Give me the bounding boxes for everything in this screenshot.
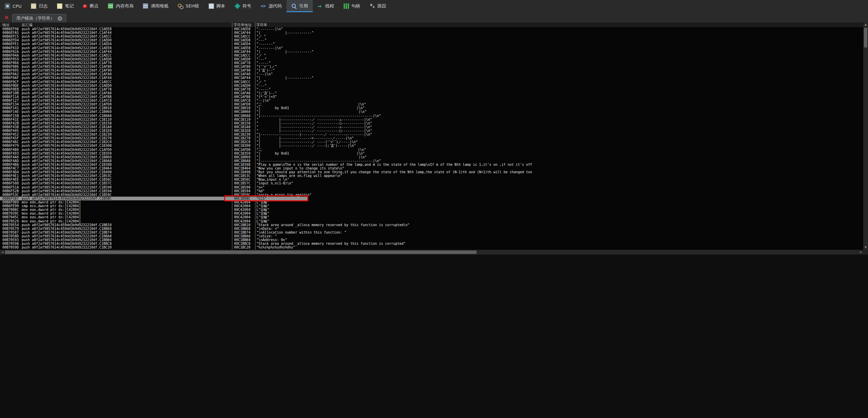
table-row[interactable]: 00B6EFC5push a0f2af9857614c459dd3b9d9232… xyxy=(0,35,863,38)
table-row[interactable]: 00B6F508push a0f2af9857614c459dd3b9d9232… xyxy=(0,181,863,185)
table-row[interactable]: 00B6F066push a0f2af9857614c459dd3b9d9232… xyxy=(0,61,863,65)
toolbar-tab-label: 源代码 xyxy=(269,3,282,9)
table-row[interactable]: 00B7059Dpush a0f2af9857614c459dd3b9d9232… xyxy=(0,245,863,249)
table-row[interactable]: 00B6F445push a0f2af9857614c459dd3b9d9232… xyxy=(0,129,863,133)
table-row[interactable]: 00B6F0DEpush a0f2af9857614c459dd3b9d9232… xyxy=(0,84,863,87)
horizontal-scrollbar[interactable]: ◄ ► xyxy=(0,250,863,255)
table-row[interactable]: 00B70554push a0f2af9857614c459dd3b9d9232… xyxy=(0,223,863,227)
table-row[interactable]: 00B70529mov eax,dword ptr ds:[C42004]00C… xyxy=(0,219,863,223)
table-row[interactable]: 00B70598push a0f2af9857614c459dd3b9d9232… xyxy=(0,242,863,245)
table-row[interactable]: 00B6EFA5push a0f2af9857614c459dd3b9d9232… xyxy=(0,31,863,35)
table-row[interactable]: 00B6FE90cmp ecx,dword ptr ds:[C42004]00C… xyxy=(0,204,863,208)
cell-disassembly: push a0f2af9857614c459dd3b9d9232210df.C1… xyxy=(22,227,112,231)
cell-address: 00B6F15B xyxy=(2,114,19,118)
cell-string-address: 00C1B56C xyxy=(234,178,250,181)
toolbar-tab-log[interactable]: 日志 xyxy=(26,0,52,12)
table-row[interactable]: 00B6F493push a0f2af9857614c459dd3b9d9232… xyxy=(0,152,863,155)
table-row[interactable]: 00B6F486push a0f2af9857614c459dd3b9d9232… xyxy=(0,148,863,152)
table-row[interactable]: 00B6F141push a0f2af9857614c459dd3b9d9232… xyxy=(0,106,863,110)
vertical-scrollbar[interactable]: ▲ ▼ xyxy=(863,22,868,250)
table-row[interactable]: 00B6F41Epush a0f2af9857614c459dd3b9d9232… xyxy=(0,118,863,121)
table-row[interactable]: 00B6F0CFpush a0f2af9857614c459dd3b9d9232… xyxy=(0,80,863,84)
table-row[interactable]: 00B6F04Apush a0f2af9857614c459dd3b9d9232… xyxy=(0,54,863,57)
table-row[interactable]: 00B6F479push a0f2af9857614c459dd3b9d9232… xyxy=(0,144,863,147)
cell-address: 00B6F086 xyxy=(2,65,19,68)
table-row[interactable]: 00B6F989mov edx,dword ptr ds:[C42004]00C… xyxy=(0,200,863,204)
column-header-string: 字符串 xyxy=(256,23,267,27)
cell-address: 00B6F4E1 xyxy=(2,174,19,178)
vertical-scrollbar-thumb[interactable] xyxy=(864,28,867,47)
table-row[interactable]: 00B6F4E1push a0f2af9857614c459dd3b9d9232… xyxy=(0,174,863,178)
cell-address: 00B6F0A2 xyxy=(2,72,19,76)
table-row[interactable]: 00B6F14Epush a0f2af9857614c459dd3b9d9232… xyxy=(0,110,863,114)
toolbar-tab-seh-chain[interactable]: SEH链 xyxy=(173,0,204,12)
cell-address: 00B7008C xyxy=(2,208,19,212)
table-row[interactable]: 00B6F52Bpush a0f2af9857614c459dd3b9d9232… xyxy=(0,189,863,193)
toolbar-tab-trace[interactable]: 跟踪 xyxy=(365,0,391,12)
table-row[interactable]: 00B6F086push a0f2af9857614c459dd3b9d9232… xyxy=(0,65,863,68)
cell-address: 00B6F066 xyxy=(2,61,19,65)
table-row[interactable]: 00B7039Cmov eax,dword ptr ds:[C42004]00C… xyxy=(0,212,863,215)
toolbar-tab-call-stack[interactable]: 调用堆栈 xyxy=(138,0,173,12)
cell-address: 00B7045C xyxy=(2,215,19,219)
table-row[interactable]: 00B6F4EEpush a0f2af9857614c459dd3b9d9232… xyxy=(0,178,863,181)
table-row[interactable]: 00B6EFE1push a0f2af9857614c459dd3b9d9232… xyxy=(0,42,863,46)
table-row[interactable]: 00B6F095push a0f2af9857614c459dd3b9d9232… xyxy=(0,68,863,72)
toolbar-tab-symbols[interactable]: 符号 xyxy=(230,0,256,12)
table-row[interactable]: 00B6F11Apush a0f2af9857614c459dd3b9d9232… xyxy=(0,95,863,99)
table-row[interactable]: 00B6F127push a0f2af9857614c459dd3b9d9232… xyxy=(0,99,863,102)
table-row-selected[interactable]: 00B6F5B7push a0f2af9857614c459dd3b9d9232… xyxy=(0,197,863,200)
tab-close-icon[interactable]: × xyxy=(58,16,62,21)
scroll-left-icon[interactable]: ◄ xyxy=(0,250,5,255)
table-row[interactable]: 00B6F51Apush a0f2af9857614c459dd3b9d9232… xyxy=(0,185,863,189)
cell-string-address: 00C1AF78 xyxy=(234,61,250,65)
table-row[interactable]: 00B6F438push a0f2af9857614c459dd3b9d9232… xyxy=(0,125,863,129)
toolbar-tab-source[interactable]: 源代码 xyxy=(256,0,287,12)
table-row[interactable]: 00B6F0EBpush a0f2af9857614c459dd3b9d9232… xyxy=(0,87,863,91)
table-row[interactable]: 00B6F0A2push a0f2af9857614c459dd3b9d9232… xyxy=(0,72,863,76)
toolbar-tab-notes[interactable]: 笔记 xyxy=(52,0,78,12)
cell-disassembly: push a0f2af9857614c459dd3b9d9232210df.C1… xyxy=(22,27,112,31)
table-row[interactable]: 00B7008Cmov eax,dword ptr ds:[C42004]00C… xyxy=(0,208,863,212)
table-row[interactable]: 00B7045Cmov eax,dword ptr ds:[C42004]00C… xyxy=(0,215,863,219)
table-row[interactable]: 00B6F53Cpush a0f2af9857614c459dd3b9d9232… xyxy=(0,193,863,197)
table-row[interactable]: 00B6F02Apush a0f2af9857614c459dd3b9d9232… xyxy=(0,50,863,54)
table-row[interactable]: 00B6F42Bpush a0f2af9857614c459dd3b9d9232… xyxy=(0,121,863,125)
table-row[interactable]: 00B6F10Bpush a0f2af9857614c459dd3b9d9232… xyxy=(0,91,863,95)
close-all-tabs-button[interactable]: × xyxy=(4,15,9,20)
table-row[interactable]: 00B6F4A0push a0f2af9857614c459dd3b9d9232… xyxy=(0,155,863,159)
table-row[interactable]: 00B6F134push a0f2af9857614c459dd3b9d9232… xyxy=(0,102,863,106)
table-row[interactable]: 00B6F4D4push a0f2af9857614c459dd3b9d9232… xyxy=(0,170,863,174)
table-row[interactable]: 00B6EFD4push a0f2af9857614c459dd3b9d9232… xyxy=(0,38,863,42)
tab-user-modules-strings[interactable]: 用户模块（字符串） × xyxy=(12,14,66,22)
table-row[interactable]: 00B6F4ADpush a0f2af9857614c459dd3b9d9232… xyxy=(0,159,863,163)
table-row[interactable]: 00B6F01Dpush a0f2af9857614c459dd3b9d9232… xyxy=(0,46,863,50)
cell-disassembly: push a0f2af9857614c459dd3b9d9232210df.C1… xyxy=(22,238,112,242)
table-row[interactable]: 00B6F46Cpush a0f2af9857614c459dd3b9d9232… xyxy=(0,140,863,144)
table-row[interactable]: 00B7058Dpush a0f2af9857614c459dd3b9d9232… xyxy=(0,234,863,238)
cell-string: "('Д')--" xyxy=(256,68,275,72)
table-row[interactable]: 00B6F059push a0f2af9857614c459dd3b9d9232… xyxy=(0,57,863,61)
table-row[interactable]: 00B6F4BApush a0f2af9857614c459dd3b9d9232… xyxy=(0,163,863,166)
scroll-right-icon[interactable]: ► xyxy=(859,250,863,255)
scroll-down-icon[interactable]: ▼ xyxy=(863,245,868,250)
table-row[interactable]: 00B6F15Bpush a0f2af9857614c459dd3b9d9232… xyxy=(0,114,863,118)
table-row[interactable]: 00B6F45Fpush a0f2af9857614c459dd3b9d9232… xyxy=(0,136,863,140)
table-row[interactable]: 00B6F452push a0f2af9857614c459dd3b9d9232… xyxy=(0,133,863,136)
table-row[interactable]: 00B6F0AFpush a0f2af9857614c459dd3b9d9232… xyxy=(0,76,863,80)
scroll-up-icon[interactable]: ▲ xyxy=(863,22,868,27)
toolbar-tab-handles[interactable]: 句柄 xyxy=(339,0,365,12)
toolbar-tab-memory-map[interactable]: 内存布局 xyxy=(103,0,138,12)
table-row[interactable]: 00B70587push a0f2af9857614c459dd3b9d9232… xyxy=(0,231,863,234)
table-row[interactable]: 00B70579push a0f2af9857614c459dd3b9d9232… xyxy=(0,227,863,231)
toolbar-tab-references[interactable]: 引用 xyxy=(287,0,313,12)
horizontal-scrollbar-thumb[interactable] xyxy=(5,251,477,254)
table-row[interactable]: 00B6F4C7push a0f2af9857614c459dd3b9d9232… xyxy=(0,166,863,170)
column-separator xyxy=(232,22,232,250)
toolbar-tab-script[interactable]: 脚本 xyxy=(204,0,230,12)
toolbar-tab-threads[interactable]: 线程 xyxy=(313,0,339,12)
table-row[interactable]: 00B6EF98push a0f2af9857614c459dd3b9d9232… xyxy=(0,27,863,31)
toolbar-tab-cpu[interactable]: CPU xyxy=(0,0,26,12)
table-row[interactable]: 00B70593push a0f2af9857614c459dd3b9d9232… xyxy=(0,238,863,242)
toolbar-tab-breakpoints[interactable]: 断点 xyxy=(78,0,103,12)
